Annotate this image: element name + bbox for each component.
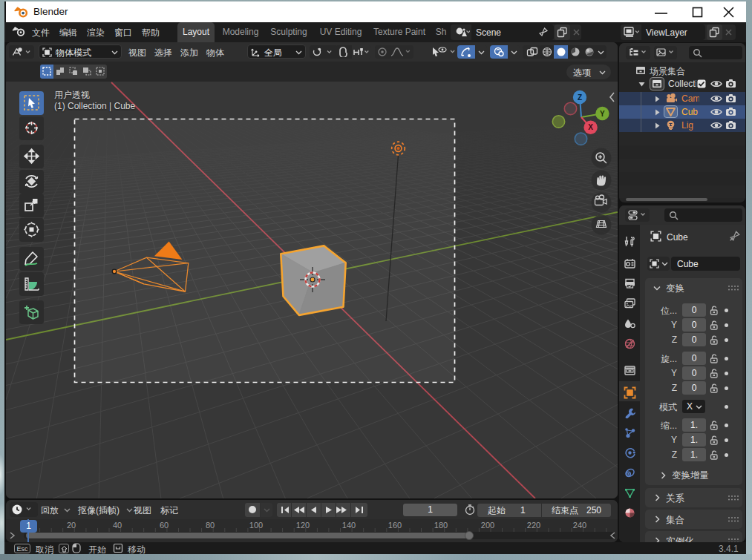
svg-text:60: 60 xyxy=(160,521,169,530)
svg-text:100: 100 xyxy=(249,521,263,530)
svg-text:Y: Y xyxy=(600,110,605,118)
svg-text:140: 140 xyxy=(342,521,356,530)
svg-text:200: 200 xyxy=(481,521,494,530)
svg-text:220: 220 xyxy=(527,521,540,530)
svg-text:240: 240 xyxy=(573,521,586,530)
svg-text:X: X xyxy=(588,123,593,131)
svg-text:20: 20 xyxy=(67,521,76,530)
svg-text:120: 120 xyxy=(296,521,310,530)
svg-text:Z: Z xyxy=(578,93,582,102)
svg-text:80: 80 xyxy=(206,521,215,530)
svg-text:160: 160 xyxy=(388,521,402,530)
svg-text:40: 40 xyxy=(113,521,122,530)
svg-text:180: 180 xyxy=(434,521,448,530)
